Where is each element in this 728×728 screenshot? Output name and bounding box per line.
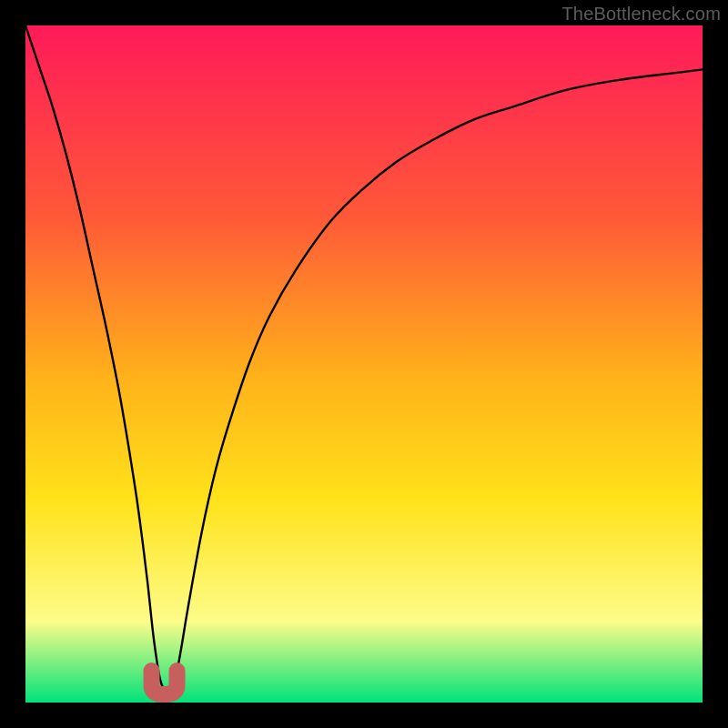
plot-area [25, 25, 703, 703]
gradient-background [25, 25, 703, 703]
watermark-text: TheBottleneck.com [561, 4, 721, 25]
chart-frame: TheBottleneck.com [0, 0, 728, 728]
bottleneck-chart [25, 25, 703, 703]
